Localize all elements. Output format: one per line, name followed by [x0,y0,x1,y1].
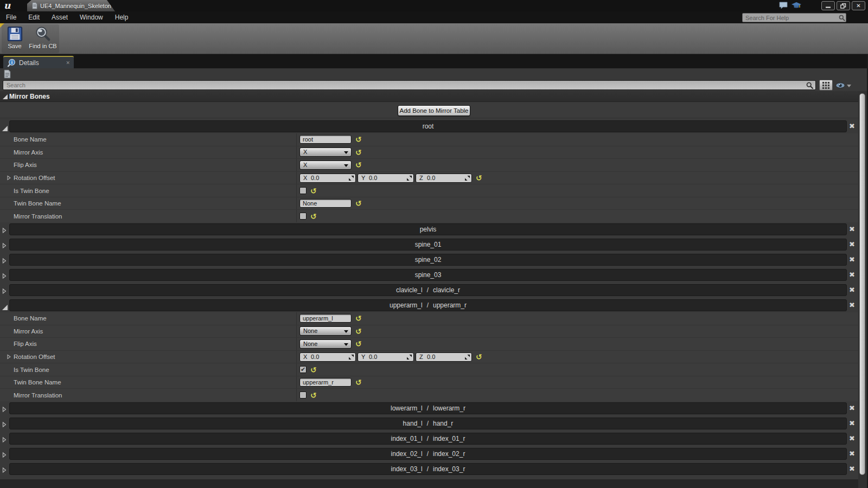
delete-bone-button[interactable]: ✖ [847,463,857,475]
document-tab[interactable]: UE4_Mannequin_Skeleton ✕ [27,0,115,11]
expand-arrow-icon[interactable] [2,226,9,233]
help-search-input[interactable] [742,13,846,22]
delete-bone-button[interactable]: ✖ [847,433,857,445]
delete-bone-button[interactable]: ✖ [847,448,857,460]
delete-bone-button[interactable]: ✖ [847,239,857,251]
view-options-caret-icon[interactable] [847,85,851,87]
delete-bone-button[interactable]: ✖ [847,418,857,429]
window-restore-button[interactable] [837,1,850,10]
property-matrix-button[interactable] [819,80,833,91]
delete-bone-button[interactable]: ✖ [847,254,857,266]
tutorials-cap-icon[interactable] [792,2,801,9]
reset-to-default-icon[interactable]: ↺ [310,366,317,374]
expand-arrow-icon[interactable] [2,256,9,263]
window-close-button[interactable]: ✕ [852,1,865,10]
drag-spinner-icon[interactable] [465,176,470,181]
expand-arrow-icon[interactable] [7,354,11,359]
window-minimize-button[interactable] [821,1,835,10]
reset-to-default-icon[interactable]: ↺ [355,161,362,169]
expand-arrow-icon[interactable] [7,175,11,181]
drag-spinner-icon[interactable] [349,176,354,181]
collapse-arrow-icon[interactable] [2,124,9,130]
bone-row-header[interactable]: spine_01 [9,239,847,251]
drag-spinner-icon[interactable] [349,355,354,359]
is-twin-bone-checkbox[interactable]: ✔ [299,366,307,373]
reset-to-default-icon[interactable]: ↺ [355,200,362,207]
flip-axis-dropdown[interactable]: None [299,339,352,349]
details-tab-close-icon[interactable]: ✕ [66,60,70,66]
rotation-offset-y-field[interactable]: Y0.0 [358,174,414,183]
menu-file[interactable]: File [4,12,18,22]
reset-to-default-icon[interactable]: ↺ [355,340,362,348]
menu-asset[interactable]: Asset [50,12,69,22]
tab-details[interactable]: i Details ✕ [3,56,74,68]
bone-row-header[interactable]: upperarm_l/upperarm_r [9,299,847,311]
find-in-cb-button[interactable]: Find in CB [28,25,58,49]
menu-edit[interactable]: Edit [27,12,41,22]
reset-to-default-icon[interactable]: ↺ [355,136,362,143]
bone-name-input[interactable]: root [299,135,352,144]
mirror-axis-dropdown[interactable]: X [299,147,352,157]
mirror-translation-checkbox[interactable] [299,213,307,220]
expand-arrow-icon[interactable] [2,272,9,278]
bone-row-header[interactable]: hand_l/hand_r [9,418,847,429]
expand-arrow-icon[interactable] [2,466,9,472]
bone-row-header[interactable]: index_02_l/index_02_r [9,448,847,460]
search-input[interactable] [3,80,816,90]
add-bone-to-mirror-table-button[interactable]: Add Bone to Mirror Table [398,105,470,116]
expand-arrow-icon[interactable] [2,451,9,457]
bone-row-header[interactable]: index_01_l/index_01_r [9,433,847,445]
bone-row-header[interactable]: spine_02 [9,254,847,266]
expand-arrow-icon[interactable] [2,435,9,442]
reset-to-default-icon[interactable]: ↺ [355,378,362,386]
reset-to-default-icon[interactable]: ↺ [476,174,482,182]
delete-bone-button[interactable]: ✖ [847,223,857,235]
reset-to-default-icon[interactable]: ↺ [310,187,317,195]
drag-spinner-icon[interactable] [407,176,412,181]
twin-bone-name-input[interactable]: upperarm_r [299,378,352,387]
bone-row-header[interactable]: root [9,120,847,132]
category-header-mirror-bones[interactable]: Mirror Bones [0,91,858,102]
rotation-offset-z-field[interactable]: Z0.0 [416,174,472,183]
save-button[interactable]: Save [3,25,26,49]
rotation-offset-x-field[interactable]: X0.0 [299,174,356,183]
reset-to-default-icon[interactable]: ↺ [355,314,362,322]
collapse-arrow-icon[interactable] [2,303,9,309]
bone-row-header[interactable]: clavicle_l/clavicle_r [9,284,847,296]
reset-to-default-icon[interactable]: ↺ [355,328,362,335]
mirror-translation-checkbox[interactable] [299,391,307,399]
delete-bone-button[interactable]: ✖ [847,269,857,281]
feedback-bubble-icon[interactable] [779,2,788,9]
rotation-offset-x-field[interactable]: X0.0 [299,352,356,362]
vertical-scrollbar-thumb[interactable] [859,93,865,475]
rotation-offset-y-field[interactable]: Y0.0 [358,352,414,362]
menu-help[interactable]: Help [113,12,130,22]
bone-name-input[interactable]: upperarm_l [299,314,352,323]
delete-bone-button[interactable]: ✖ [847,402,857,414]
delete-bone-button[interactable]: ✖ [847,120,857,132]
bone-row-header[interactable]: pelvis [9,223,847,235]
mirror-axis-dropdown[interactable]: None [299,326,352,336]
bone-row-header[interactable]: lowerarm_l/lowerarm_r [9,402,847,414]
bone-row-header[interactable]: index_03_l/index_03_r [9,463,847,475]
reset-to-default-icon[interactable]: ↺ [355,149,362,156]
delete-bone-button[interactable]: ✖ [847,299,857,311]
rotation-offset-z-field[interactable]: Z0.0 [416,352,472,362]
document-tab-close-icon[interactable]: ✕ [115,3,119,9]
drag-spinner-icon[interactable] [407,355,412,359]
menu-window[interactable]: Window [78,12,105,22]
view-options-eye-icon[interactable] [835,82,845,88]
reset-to-default-icon[interactable]: ↺ [310,391,317,399]
flip-axis-dropdown[interactable]: X [299,160,352,170]
drag-spinner-icon[interactable] [465,355,470,359]
category-collapse-arrow-icon[interactable] [3,94,8,99]
reset-to-default-icon[interactable]: ↺ [310,213,317,220]
expand-arrow-icon[interactable] [2,241,9,248]
twin-bone-name-input[interactable]: None [299,199,352,208]
is-twin-bone-checkbox[interactable] [299,187,307,194]
reset-to-default-icon[interactable]: ↺ [476,353,482,361]
expand-arrow-icon[interactable] [2,420,9,427]
expand-arrow-icon[interactable] [2,405,9,412]
bone-row-header[interactable]: spine_03 [9,269,847,281]
delete-bone-button[interactable]: ✖ [847,284,857,296]
